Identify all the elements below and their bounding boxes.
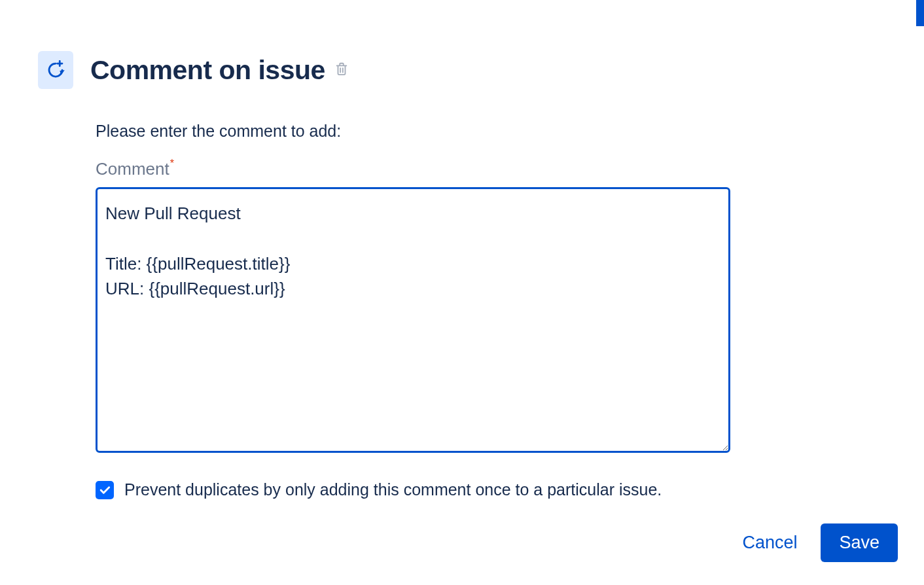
delete-icon[interactable] xyxy=(334,60,349,80)
title-wrapper: Comment on issue xyxy=(90,55,349,86)
textarea-wrapper xyxy=(96,187,886,455)
button-row: Cancel Save xyxy=(736,523,898,562)
form-container: Comment on issue Please enter the commen… xyxy=(0,0,924,499)
comment-textarea[interactable] xyxy=(96,187,730,453)
action-icon-tile xyxy=(38,51,73,89)
required-asterisk-icon: * xyxy=(170,158,174,169)
header-row: Comment on issue xyxy=(38,51,886,89)
refresh-plus-icon xyxy=(46,60,65,80)
prevent-duplicates-checkbox[interactable] xyxy=(96,481,114,499)
corner-marker xyxy=(916,0,924,26)
comment-field-label: Comment xyxy=(96,159,169,179)
page-title: Comment on issue xyxy=(90,55,325,86)
cancel-button[interactable]: Cancel xyxy=(736,525,804,561)
prompt-text: Please enter the comment to add: xyxy=(96,122,886,141)
check-icon xyxy=(98,484,111,497)
prevent-duplicates-checkbox-row: Prevent duplicates by only adding this c… xyxy=(96,480,886,499)
save-button[interactable]: Save xyxy=(821,523,898,562)
prevent-duplicates-label: Prevent duplicates by only adding this c… xyxy=(124,480,662,499)
field-label-row: Comment * xyxy=(96,159,886,179)
